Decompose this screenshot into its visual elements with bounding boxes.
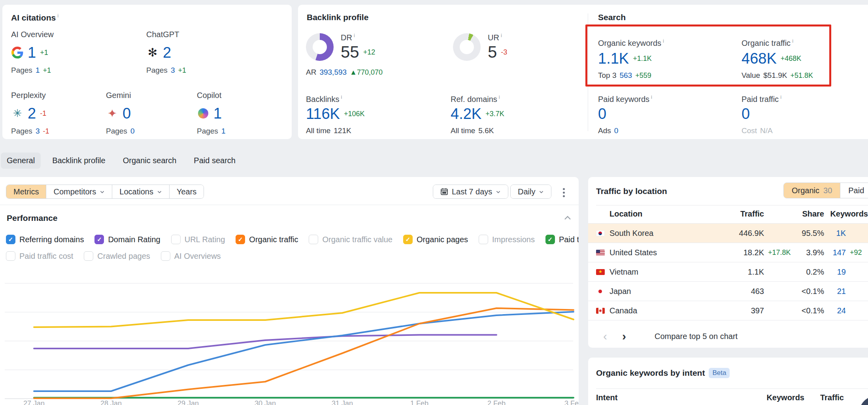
prev-page-chevron-icon[interactable]: ‹	[603, 330, 607, 342]
ur-label: UR	[488, 33, 499, 42]
ads-label: Ads	[598, 126, 611, 135]
canada-flag-icon	[596, 308, 605, 314]
organic-keywords-label: Organic keywords	[598, 39, 661, 47]
col-traffic[interactable]: Traffic	[717, 209, 764, 219]
organic-keywords-value[interactable]: 1.1K	[598, 50, 629, 67]
citation-count[interactable]: 2	[28, 105, 36, 122]
citation-count[interactable]: 1	[28, 44, 36, 61]
series-domain-rating	[34, 335, 496, 349]
metrics-button[interactable]: Metrics	[6, 185, 46, 198]
pages-count[interactable]: 1	[221, 127, 226, 136]
date-range-control: Last 7 days	[433, 185, 508, 199]
info-icon[interactable]: i	[780, 94, 781, 100]
info-icon[interactable]: i	[651, 94, 652, 100]
ar-value[interactable]: 393,593	[319, 68, 347, 77]
metric-checkbox[interactable]: ✓Organic traffic	[236, 235, 298, 244]
paid-keywords-value[interactable]: 0	[598, 105, 606, 122]
col-intent[interactable]: Intent	[596, 393, 757, 402]
metric-checkbox[interactable]: ✓Domain Rating	[94, 235, 160, 244]
citation-count[interactable]: 1	[213, 105, 222, 122]
col-share[interactable]: Share	[789, 209, 824, 219]
paid-traffic-label: Paid traffic	[742, 95, 779, 104]
search-title: Search	[598, 13, 626, 22]
performance-line-chart[interactable]: 27 Jan28 Jan29 Jan30 Jan31 Jan1 Feb2 Feb…	[0, 258, 579, 405]
pages-count[interactable]: 0	[130, 127, 135, 136]
col-keywords[interactable]: Keywords	[757, 393, 804, 402]
table-row-japan[interactable]: Japan 463 <0.1% 21	[588, 281, 868, 301]
ads-value[interactable]: 0	[614, 126, 619, 135]
dr-label: DR	[341, 33, 352, 42]
traffic-value: 446.9K	[717, 229, 764, 238]
locations-button[interactable]: Locations	[112, 185, 169, 198]
top3-value[interactable]: 563	[619, 71, 632, 80]
info-icon[interactable]: i	[663, 38, 664, 44]
performance-title: Performance	[7, 213, 57, 223]
tab-organic-search[interactable]: Organic search	[117, 153, 183, 169]
divider	[0, 205, 579, 205]
dr-value: 55	[341, 43, 359, 62]
keywords-link[interactable]: 1K	[824, 229, 846, 238]
paid-toggle-button[interactable]: Paid0	[840, 183, 868, 198]
info-icon[interactable]: i	[57, 13, 58, 19]
citation-count[interactable]: 0	[123, 105, 131, 122]
pages-count[interactable]: 1	[36, 66, 40, 75]
metric-checkbox[interactable]: Organic traffic value	[309, 235, 392, 244]
organic-traffic-value[interactable]: 468K	[742, 50, 777, 67]
compare-top5-link[interactable]: Compare top 5 on chart	[655, 332, 738, 341]
organic-toggle-button[interactable]: Organic30	[784, 183, 840, 198]
gemini-icon: ✦	[106, 108, 119, 119]
calendar-icon	[440, 188, 448, 196]
keywords-by-intent-title: Organic keywords by intent	[596, 368, 705, 378]
competitors-button[interactable]: Competitors	[46, 185, 112, 198]
keywords-link[interactable]: 24	[824, 306, 846, 315]
table-row-united-states[interactable]: United States 18.2K +17.8K 3.9% 147 +92	[588, 243, 868, 262]
table-row-vietnam[interactable]: Vietnam 1.1K 0.2% 19	[588, 262, 868, 281]
keywords-link[interactable]: 147	[824, 248, 846, 257]
granularity-button[interactable]: Daily	[511, 185, 551, 198]
date-range-button[interactable]: Last 7 days	[433, 185, 508, 198]
metric-checkbox[interactable]: ✓Organic pages	[403, 235, 468, 244]
info-icon[interactable]: i	[792, 38, 793, 44]
col-traffic[interactable]: Traffic	[804, 393, 844, 402]
ur-value: 5	[488, 43, 497, 62]
x-axis-label: 28 Jan	[100, 399, 122, 405]
years-button[interactable]: Years	[169, 185, 204, 198]
more-options-button[interactable]	[560, 186, 567, 200]
paid-traffic-value[interactable]: 0	[742, 105, 750, 122]
checkbox-icon: ✓	[403, 235, 413, 244]
collapse-chevron-icon[interactable]	[564, 215, 572, 221]
backlinks-delta: +106K	[344, 110, 365, 118]
tab-general[interactable]: General	[1, 153, 41, 169]
keywords-link[interactable]: 21	[824, 287, 846, 296]
table-row-south-korea[interactable]: South Korea 446.9K 95.5% 1K	[588, 223, 868, 243]
info-icon[interactable]: i	[501, 32, 502, 38]
metric-checkbox[interactable]: ✓Referring domains	[6, 235, 84, 244]
col-location[interactable]: Location	[609, 209, 717, 219]
keywords-link[interactable]: 19	[824, 267, 846, 277]
ref-domains-value[interactable]: 4.2K	[451, 105, 481, 122]
info-icon[interactable]: i	[341, 94, 342, 100]
checkbox-icon: ✓	[94, 235, 104, 244]
next-page-chevron-icon[interactable]: ›	[622, 330, 626, 342]
citation-count[interactable]: 2	[163, 44, 171, 61]
japan-flag-icon	[596, 288, 605, 294]
metric-checkbox[interactable]: URL Rating	[171, 235, 225, 244]
table-row-canada[interactable]: Canada 397 <0.1% 24	[588, 301, 868, 320]
tab-paid-search[interactable]: Paid search	[188, 153, 242, 169]
pages-delta: +1	[178, 66, 186, 75]
info-icon[interactable]: i	[354, 32, 355, 38]
country-name: Japan	[609, 287, 717, 296]
col-keywords[interactable]: Keywords	[824, 209, 868, 219]
location-pagination: ‹ › Compare top 5 on chart	[603, 330, 738, 342]
backlinks-value[interactable]: 116K	[306, 105, 340, 122]
tab-backlink-profile[interactable]: Backlink profile	[46, 153, 111, 169]
pages-count[interactable]: 3	[36, 127, 40, 136]
chevron-down-icon	[539, 189, 544, 194]
pages-count[interactable]: 3	[171, 66, 175, 75]
ar-delta: ▲770,070	[350, 68, 383, 77]
info-icon[interactable]: i	[499, 94, 500, 100]
metric-checkbox[interactable]: ✓Paid traffic	[545, 235, 579, 244]
metric-checkbox[interactable]: Impressions	[479, 235, 535, 244]
united-states-flag-icon	[596, 250, 605, 256]
ur-donut-chart	[453, 33, 481, 61]
